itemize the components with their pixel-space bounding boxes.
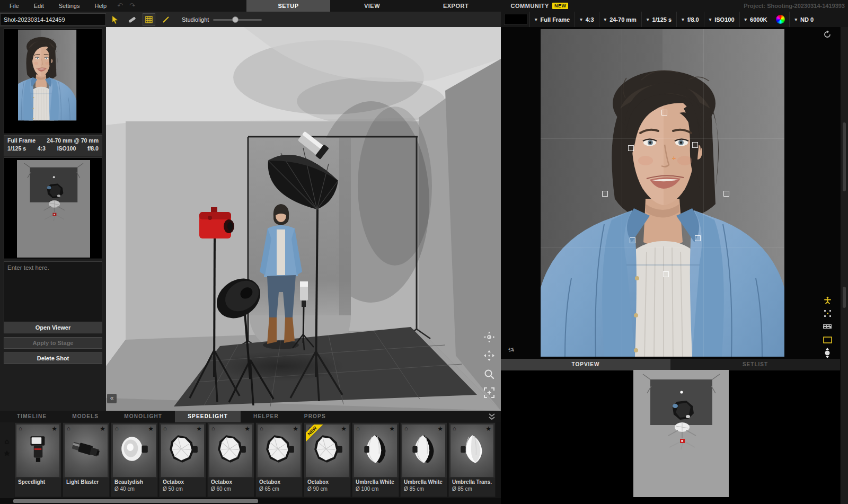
favorite-star-icon[interactable]: ★ bbox=[341, 425, 347, 432]
dropdown-white-balance[interactable]: ▾6000K bbox=[739, 12, 772, 27]
dropdown-aspect-ratio[interactable]: ▾4:3 bbox=[575, 12, 598, 27]
dropdown-sensor-format[interactable]: ▾Full Frame bbox=[529, 12, 575, 27]
shot-action-button[interactable]: Delete Shot bbox=[4, 352, 102, 364]
favorite-star-icon[interactable]: ★ bbox=[196, 425, 202, 432]
home-icon[interactable]: ⌂ bbox=[453, 425, 456, 431]
focus-point[interactable] bbox=[630, 237, 635, 243]
library-tab[interactable]: MODELS bbox=[59, 411, 111, 422]
favorite-star-icon[interactable]: ★ bbox=[437, 425, 443, 432]
favorite-star-icon[interactable]: ★ bbox=[51, 425, 57, 432]
favorite-star-icon[interactable]: ★ bbox=[148, 425, 154, 432]
light-item-card[interactable]: ⌂ ★ Umbrella White Ø 85 cm bbox=[400, 422, 447, 497]
light-item-card[interactable]: ⌂ ★ Octabox Ø 50 cm bbox=[159, 422, 206, 497]
focus-point[interactable] bbox=[723, 191, 729, 197]
home-icon[interactable]: ⌂ bbox=[67, 425, 70, 431]
library-tab[interactable]: SPEEDLIGHT bbox=[175, 411, 241, 422]
home-icon[interactable]: ⌂ bbox=[211, 425, 215, 431]
light-item-card[interactable]: ⌂ ★ Light Blaster bbox=[63, 422, 110, 497]
scrollbar-thumb[interactable] bbox=[843, 287, 846, 308]
focus-point[interactable] bbox=[692, 142, 698, 148]
library-tab[interactable]: PROPS bbox=[292, 411, 339, 422]
mode-tab[interactable]: COMMUNITY NEW bbox=[498, 0, 581, 12]
shot-name-input[interactable] bbox=[0, 13, 106, 25]
home-icon[interactable]: ⌂ bbox=[115, 425, 119, 431]
orbit-tool-icon[interactable] bbox=[483, 331, 496, 343]
collapse-left-panel-icon[interactable]: « bbox=[107, 394, 117, 403]
mode-tab[interactable]: SETUP bbox=[246, 0, 330, 12]
library-scrollbar-thumb[interactable] bbox=[13, 499, 258, 503]
color-wheel-icon[interactable] bbox=[776, 15, 785, 24]
light-item-card[interactable]: ⌂ ★ Umbrella Trans. Ø 85 cm bbox=[448, 422, 496, 497]
light-item-card[interactable]: ⌂ ★ NEW Octabox Ø 90 cm bbox=[304, 422, 351, 497]
crop-frame-icon[interactable] bbox=[822, 334, 833, 346]
light-item-card[interactable]: ⌂ ★ Octabox Ø 65 cm bbox=[255, 422, 303, 497]
topview-tab[interactable]: SETLIST bbox=[670, 359, 840, 370]
dropdown-shutter[interactable]: ▾1/125 s bbox=[641, 12, 676, 27]
focus-point[interactable] bbox=[661, 110, 667, 116]
shot-thumbnail[interactable] bbox=[4, 28, 102, 134]
redo-icon[interactable]: ↷ bbox=[126, 0, 138, 12]
home-icon[interactable]: ⌂ bbox=[260, 425, 263, 431]
favorite-star-icon[interactable]: ★ bbox=[100, 425, 105, 432]
menu-item[interactable]: Edit bbox=[26, 0, 51, 12]
favorites-filter-icon[interactable]: ★ bbox=[4, 449, 10, 457]
dropdown-aperture[interactable]: ▾f/8.0 bbox=[676, 12, 704, 27]
pan-tool-icon[interactable] bbox=[483, 349, 496, 362]
topview-tab[interactable]: TOPVIEW bbox=[501, 359, 670, 370]
right-scrollbar-rail[interactable] bbox=[840, 27, 848, 504]
favorite-star-icon[interactable]: ★ bbox=[485, 425, 491, 432]
focus-point[interactable] bbox=[602, 191, 608, 197]
grid-toggle-icon[interactable] bbox=[143, 13, 155, 26]
light-item-card[interactable]: ⌂ ★ Umbrella White Ø 100 cm bbox=[352, 422, 399, 497]
filmstrip-icon[interactable] bbox=[822, 321, 833, 332]
light-item-card[interactable]: ⌂ ★ Beautydish Ø 40 cm bbox=[111, 422, 158, 497]
studiolight-slider-thumb[interactable] bbox=[232, 16, 238, 23]
library-tab[interactable]: MONOLIGHT bbox=[111, 411, 175, 422]
library-scrollbar[interactable] bbox=[0, 498, 501, 504]
dropdown-lens[interactable]: ▾24-70 mm bbox=[599, 12, 641, 27]
pose-tool-icon[interactable] bbox=[822, 294, 833, 306]
home-icon[interactable]: ⌂ bbox=[404, 425, 408, 431]
studiolight-slider[interactable] bbox=[213, 16, 262, 23]
library-tab[interactable]: TIMELINE bbox=[4, 411, 59, 422]
nav-puck-icon[interactable] bbox=[822, 347, 833, 359]
measure-tool-icon[interactable] bbox=[126, 13, 138, 26]
home-icon[interactable]: ⌂ bbox=[19, 425, 22, 431]
menu-item[interactable]: Settings bbox=[51, 0, 87, 12]
favorite-star-icon[interactable]: ★ bbox=[293, 425, 298, 432]
focus-point[interactable] bbox=[628, 145, 634, 151]
light-item-card[interactable]: ⌂ ★ Octabox Ø 60 cm bbox=[207, 422, 254, 497]
focus-point[interactable] bbox=[663, 271, 669, 277]
home-filter-icon[interactable]: ⌂ bbox=[5, 437, 9, 445]
menu-item[interactable]: File bbox=[2, 0, 26, 12]
snap-grid-icon[interactable] bbox=[822, 307, 833, 319]
mode-tab[interactable]: VIEW bbox=[330, 0, 414, 12]
undo-icon[interactable]: ↶ bbox=[114, 0, 126, 12]
home-icon[interactable]: ⌂ bbox=[163, 425, 167, 431]
topview-canvas[interactable] bbox=[501, 372, 840, 496]
shot-notes-input[interactable] bbox=[4, 261, 102, 324]
favorite-star-icon[interactable]: ★ bbox=[389, 425, 395, 432]
shot-action-button[interactable]: Apply to Stage bbox=[4, 337, 102, 349]
pane-resize-icon[interactable]: ⇆ bbox=[507, 345, 515, 355]
shot-action-button[interactable]: Open Viewer bbox=[4, 322, 102, 333]
collapse-bottom-panel-icon[interactable] bbox=[488, 413, 496, 422]
rotate-view-icon[interactable] bbox=[822, 29, 833, 40]
dropdown-iso[interactable]: ▾ISO100 bbox=[704, 12, 739, 27]
home-icon[interactable]: ⌂ bbox=[356, 425, 360, 431]
favorite-star-icon[interactable]: ★ bbox=[244, 425, 250, 432]
scrollbar-thumb[interactable] bbox=[843, 122, 846, 191]
zoom-tool-icon[interactable] bbox=[483, 368, 496, 381]
fit-view-icon[interactable] bbox=[483, 386, 496, 399]
dropdown-nd-filter[interactable]: ▾ND 0 bbox=[789, 12, 818, 27]
menu-item[interactable]: Help bbox=[87, 0, 114, 12]
select-cursor-icon[interactable] bbox=[109, 13, 121, 26]
studio-3d-viewport[interactable]: « bbox=[106, 27, 501, 411]
library-tab[interactable]: HELPER bbox=[241, 411, 292, 422]
line-tool-icon[interactable] bbox=[160, 13, 172, 26]
camera-preview[interactable]: ✛ ⇆ bbox=[501, 27, 840, 359]
shot-topview-thumbnail[interactable] bbox=[4, 157, 102, 259]
mode-tab[interactable]: EXPORT bbox=[414, 0, 498, 12]
focus-point[interactable] bbox=[695, 235, 701, 241]
light-item-card[interactable]: ⌂ ★ Speedlight bbox=[14, 422, 61, 497]
